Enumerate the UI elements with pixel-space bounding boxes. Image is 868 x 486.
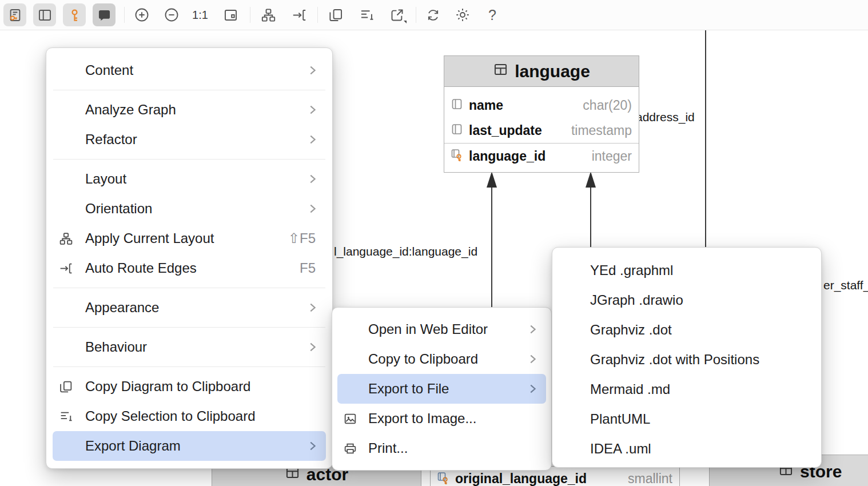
menu-item-label: Export to File: [368, 381, 525, 397]
chevron-right-icon: [525, 383, 539, 395]
foreign-key-column-icon: [436, 471, 450, 486]
column-row-last-update[interactable]: last_update timestamp: [444, 118, 639, 143]
menu-item-label: Open in Web Editor: [368, 321, 525, 337]
show-comments-button[interactable]: [93, 3, 116, 26]
chevron-right-icon: [305, 133, 319, 146]
menu-item-label: IDEA .uml: [590, 441, 651, 457]
settings-button[interactable]: [451, 3, 474, 26]
menu-item-label: Print...: [368, 440, 539, 456]
menu-item-jgraph-drawio[interactable]: JGraph .drawio: [558, 285, 815, 315]
panel-toggle-button[interactable]: [33, 3, 56, 26]
menu-item-apply-current-layout[interactable]: Apply Current Layout ⇧F5: [53, 224, 326, 253]
menu-separator: [53, 288, 325, 288]
chevron-right-icon: [305, 202, 319, 215]
refresh-button[interactable]: [421, 3, 444, 26]
menu-item-graphviz-dot-with-positions[interactable]: Graphviz .dot with Positions: [558, 345, 815, 375]
entity-language-header[interactable]: language: [444, 56, 639, 87]
menu-item-open-in-web-editor[interactable]: Open in Web Editor: [337, 314, 546, 344]
zoom-in-button[interactable]: [130, 3, 153, 26]
diagram-key-toggle-button[interactable]: [3, 3, 26, 26]
help-label: ?: [488, 7, 496, 23]
column-row-name[interactable]: name char(20): [444, 93, 639, 118]
apply-layout-icon: [53, 232, 79, 246]
menu-item-refactor[interactable]: Refactor: [53, 125, 326, 154]
menu-separator: [53, 90, 325, 90]
chevron-right-icon: [525, 353, 539, 365]
chevron-right-icon: [305, 301, 319, 314]
chevron-right-icon: [305, 103, 319, 116]
menu-item-label: Export Diagram: [85, 438, 305, 454]
copy-selection-button[interactable]: [355, 3, 378, 26]
menu-item-print[interactable]: Print...: [337, 433, 546, 463]
menu-item-label: Graphviz .dot: [590, 322, 672, 338]
chevron-right-icon: [525, 323, 539, 336]
context-menu: Content Analyze Graph Refactor Layout Or…: [46, 47, 333, 469]
edge-arrowhead-icon: [487, 172, 497, 188]
menu-item-copy-to-clipboard[interactable]: Copy to Clipboard: [337, 344, 546, 374]
menu-item-label: Mermaid .md: [590, 381, 670, 397]
export-button[interactable]: [385, 3, 408, 26]
edge-arrowhead-icon: [586, 172, 596, 188]
entity-title: language: [515, 62, 590, 81]
dropdown-arrow-icon: [404, 21, 407, 23]
column-icon: [450, 122, 464, 138]
menu-item-label: Graphviz .dot with Positions: [590, 352, 759, 368]
menu-item-label: PlantUML: [590, 411, 650, 427]
image-icon: [337, 412, 363, 426]
menu-item-export-to-file[interactable]: Export to File: [337, 374, 546, 404]
menu-item-layout[interactable]: Layout: [53, 164, 326, 194]
menu-item-auto-route-edges[interactable]: Auto Route Edges F5: [53, 253, 326, 283]
chevron-right-icon: [305, 173, 319, 185]
menu-item-label: Layout: [85, 171, 305, 187]
menu-item-export-diagram[interactable]: Export Diagram: [53, 431, 326, 461]
menu-item-plantuml[interactable]: PlantUML: [558, 404, 815, 434]
menu-item-mermaid-md[interactable]: Mermaid .md: [558, 375, 815, 404]
zoom-out-button[interactable]: [160, 3, 183, 26]
copy-diagram-button[interactable]: [324, 3, 347, 26]
apply-layout-button[interactable]: [257, 3, 280, 26]
menu-item-content[interactable]: Content: [53, 55, 326, 85]
menu-item-copy-selection-to-clipboard[interactable]: Copy Selection to Clipboard: [53, 401, 326, 431]
export-format-submenu: YEd .graphml JGraph .drawio Graphviz .do…: [552, 247, 822, 468]
table-icon: [493, 62, 508, 81]
menu-item-label: JGraph .drawio: [590, 292, 683, 308]
menu-item-label: Apply Current Layout: [85, 230, 288, 246]
column-type: integer: [592, 149, 632, 164]
menu-item-label: Copy Diagram to Clipboard: [85, 379, 319, 395]
help-button[interactable]: ?: [481, 3, 504, 26]
menu-item-graphviz-dot[interactable]: Graphviz .dot: [558, 315, 815, 345]
column-icon: [450, 97, 464, 113]
diagram-toolbar: 1:1 ?: [0, 0, 868, 30]
toolbar-separator: [124, 7, 125, 23]
menu-item-export-to-image[interactable]: Export to Image...: [337, 404, 546, 433]
menu-item-label: Copy to Clipboard: [368, 351, 525, 367]
toolbar-separator: [317, 7, 318, 23]
chevron-right-icon: [305, 440, 319, 452]
column-name: original_language_id: [455, 471, 587, 486]
show-primary-keys-button[interactable]: [63, 3, 86, 26]
column-type: timestamp: [571, 123, 632, 138]
fit-content-button[interactable]: [219, 3, 242, 26]
menu-item-label: Analyze Graph: [85, 102, 305, 118]
menu-item-analyze-graph[interactable]: Analyze Graph: [53, 95, 326, 125]
toolbar-separator: [250, 7, 250, 23]
menu-item-behaviour[interactable]: Behaviour: [53, 332, 326, 362]
menu-item-orientation[interactable]: Orientation: [53, 194, 326, 224]
menu-item-yed-graphml[interactable]: YEd .graphml: [558, 256, 815, 285]
toolbar-separator: [416, 7, 416, 23]
entity-language[interactable]: language name char(20) last_update times…: [444, 55, 639, 173]
menu-item-idea-uml[interactable]: IDEA .uml: [558, 434, 815, 464]
menu-item-appearance[interactable]: Appearance: [53, 293, 326, 322]
column-name: language_id: [469, 149, 546, 164]
menu-item-copy-diagram-to-clipboard[interactable]: Copy Diagram to Clipboard: [53, 372, 326, 401]
primary-key-column-icon: [450, 148, 464, 164]
menu-item-shortcut: ⇧F5: [288, 230, 316, 246]
printer-icon: [337, 441, 363, 456]
menu-item-label: Refactor: [85, 132, 305, 148]
chevron-right-icon: [305, 64, 319, 77]
column-row-language-id[interactable]: language_id integer: [444, 144, 639, 169]
auto-route-button[interactable]: [288, 3, 310, 26]
actual-size-button[interactable]: 1:1: [189, 3, 212, 26]
edge-label-language-fk: l_language_id:language_id: [334, 245, 477, 258]
export-submenu: Open in Web Editor Copy to Clipboard Exp…: [332, 307, 552, 471]
